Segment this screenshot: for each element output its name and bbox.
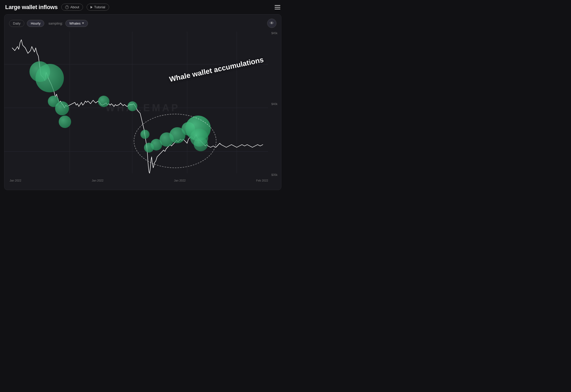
y-axis: $45k $40k $35k xyxy=(271,32,277,176)
about-button[interactable]: ? About xyxy=(61,4,83,11)
page-header: Large wallet inflows ? About Tutorial xyxy=(0,0,286,14)
bubble-14 xyxy=(185,116,211,141)
tab-hourly[interactable]: Hourly xyxy=(27,20,44,27)
bubble-16 xyxy=(194,137,208,151)
page-title: Large wallet inflows xyxy=(5,4,58,11)
watermark: WHALEMAP xyxy=(106,102,180,114)
eye-icon: 👁 xyxy=(270,21,274,26)
accumulation-ellipse xyxy=(134,114,216,168)
annotation-text: Whale wallet accumulations xyxy=(169,55,265,84)
chart-area: WHALEMAP xyxy=(4,32,281,184)
bubble-4 xyxy=(55,101,69,115)
x-axis: Jan 2022 Jan 2022 Jan 2022 Feb 2022 xyxy=(10,179,268,182)
y-label-35k: $35k xyxy=(271,173,277,176)
x-label-3: Jan 2022 xyxy=(174,179,186,182)
tab-daily[interactable]: Daily xyxy=(9,20,24,27)
y-label-40k: $40k xyxy=(271,102,277,105)
y-label-45k: $45k xyxy=(271,32,277,35)
bubble-13 xyxy=(182,122,195,135)
chart-container: Daily Hourly sampling: Whales 👁 WHALEMAP xyxy=(4,14,281,190)
chart-toolbar: Daily Hourly sampling: Whales 👁 xyxy=(4,19,281,32)
bubble-10 xyxy=(151,139,162,150)
bubble-9 xyxy=(144,143,154,153)
bubble-7 xyxy=(127,101,137,111)
bubble-12 xyxy=(169,127,185,143)
bubble-3 xyxy=(48,96,59,107)
tutorial-button[interactable]: Tutorial xyxy=(87,4,109,11)
hamburger-menu[interactable] xyxy=(275,5,280,9)
bubble-6 xyxy=(98,96,109,107)
bubble-11 xyxy=(160,132,174,147)
x-label-2: Jan 2022 xyxy=(92,179,103,182)
whales-dropdown[interactable]: Whales xyxy=(65,20,88,27)
price-line-chart xyxy=(4,32,281,184)
question-icon: ? xyxy=(65,5,69,9)
bubble-5 xyxy=(59,116,71,128)
bubble-15 xyxy=(190,129,208,147)
visibility-toggle[interactable]: 👁 xyxy=(267,19,276,28)
x-label-1: Jan 2022 xyxy=(10,179,21,182)
bubble-8 xyxy=(140,130,149,139)
play-icon xyxy=(91,6,93,9)
sampling-label: sampling: xyxy=(48,21,63,25)
x-label-4: Feb 2022 xyxy=(256,179,268,182)
bubble-2 xyxy=(35,64,64,92)
bubble-1 xyxy=(29,61,50,82)
chevron-down-icon xyxy=(82,22,84,24)
